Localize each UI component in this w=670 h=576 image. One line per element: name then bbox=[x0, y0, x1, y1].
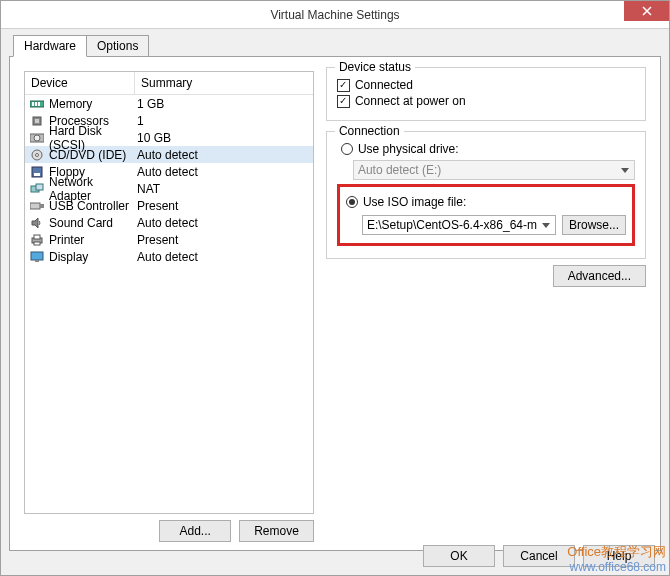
usb-icon bbox=[29, 199, 45, 213]
svg-rect-11 bbox=[34, 173, 40, 176]
iso-path-combo[interactable]: E:\Setup\CentOS-6.4-x86_64-m bbox=[362, 215, 556, 235]
svg-rect-17 bbox=[34, 235, 40, 239]
connected-checkbox[interactable] bbox=[337, 79, 350, 92]
physical-drive-combo[interactable]: Auto detect (E:) bbox=[353, 160, 635, 180]
tab-panel: Device Summary Memory 1 GB Processors 1 bbox=[9, 56, 661, 551]
device-row-usb[interactable]: USB Controller Present bbox=[25, 197, 313, 214]
column-summary[interactable]: Summary bbox=[135, 72, 198, 94]
svg-rect-14 bbox=[30, 203, 40, 209]
device-summary: 10 GB bbox=[137, 131, 313, 145]
memory-icon bbox=[29, 97, 45, 111]
device-summary: NAT bbox=[137, 182, 313, 196]
svg-rect-19 bbox=[31, 252, 43, 260]
physical-drive-radio[interactable] bbox=[341, 143, 353, 155]
browse-button[interactable]: Browse... bbox=[562, 215, 626, 235]
printer-icon bbox=[29, 233, 45, 247]
device-status-title: Device status bbox=[335, 60, 415, 74]
ok-button[interactable]: OK bbox=[423, 545, 495, 567]
floppy-icon bbox=[29, 165, 45, 179]
tab-hardware[interactable]: Hardware bbox=[13, 35, 87, 57]
column-device[interactable]: Device bbox=[25, 72, 135, 94]
device-summary: Auto detect bbox=[137, 165, 313, 179]
svg-rect-1 bbox=[32, 102, 34, 106]
add-button[interactable]: Add... bbox=[159, 520, 231, 542]
display-icon bbox=[29, 250, 45, 264]
iso-highlight: Use ISO image file: E:\Setup\CentOS-6.4-… bbox=[337, 184, 635, 246]
titlebar: Virtual Machine Settings bbox=[1, 1, 669, 29]
remove-button[interactable]: Remove bbox=[239, 520, 314, 542]
device-summary: Auto detect bbox=[137, 250, 313, 264]
device-summary: Present bbox=[137, 233, 313, 247]
device-label: USB Controller bbox=[49, 199, 137, 213]
svg-rect-18 bbox=[34, 242, 40, 245]
cdrom-icon bbox=[29, 148, 45, 162]
device-summary: Present bbox=[137, 199, 313, 213]
close-button[interactable] bbox=[624, 1, 669, 21]
device-label: Display bbox=[49, 250, 137, 264]
device-status-group: Device status Connected Connect at power… bbox=[326, 67, 646, 121]
hdd-icon bbox=[29, 131, 45, 145]
device-summary: Auto detect bbox=[137, 216, 313, 230]
device-row-sound[interactable]: Sound Card Auto detect bbox=[25, 214, 313, 231]
list-header: Device Summary bbox=[25, 72, 313, 95]
device-summary: 1 bbox=[137, 114, 313, 128]
dialog-buttons: OK Cancel Help bbox=[423, 545, 655, 567]
svg-point-9 bbox=[36, 153, 39, 156]
device-list: Device Summary Memory 1 GB Processors 1 bbox=[24, 71, 314, 514]
right-pane: Device status Connected Connect at power… bbox=[322, 57, 660, 550]
connect-power-checkbox[interactable] bbox=[337, 95, 350, 108]
device-summary: 1 GB bbox=[137, 97, 313, 111]
device-row-cdrom[interactable]: CD/DVD (IDE) Auto detect bbox=[25, 146, 313, 163]
svg-rect-15 bbox=[40, 204, 44, 208]
device-row-display[interactable]: Display Auto detect bbox=[25, 248, 313, 265]
cpu-icon bbox=[29, 114, 45, 128]
device-row-hard-disk[interactable]: Hard Disk (SCSI) 10 GB bbox=[25, 129, 313, 146]
physical-drive-label: Use physical drive: bbox=[358, 142, 459, 156]
iso-label: Use ISO image file: bbox=[363, 195, 466, 209]
advanced-button[interactable]: Advanced... bbox=[553, 265, 646, 287]
connect-power-label: Connect at power on bbox=[355, 94, 466, 108]
device-label: Memory bbox=[49, 97, 137, 111]
svg-rect-20 bbox=[35, 260, 39, 262]
help-button[interactable]: Help bbox=[583, 545, 655, 567]
connected-label: Connected bbox=[355, 78, 413, 92]
connection-group: Connection Use physical drive: Auto dete… bbox=[326, 131, 646, 259]
device-label: Sound Card bbox=[49, 216, 137, 230]
tab-options[interactable]: Options bbox=[86, 35, 149, 57]
window-title: Virtual Machine Settings bbox=[270, 8, 399, 22]
device-row-network[interactable]: Network Adapter NAT bbox=[25, 180, 313, 197]
iso-radio[interactable] bbox=[346, 196, 358, 208]
close-icon bbox=[642, 6, 652, 16]
device-label: CD/DVD (IDE) bbox=[49, 148, 137, 162]
tabstrip: Hardware Options bbox=[1, 35, 669, 57]
network-icon bbox=[29, 182, 45, 196]
svg-rect-13 bbox=[36, 184, 43, 190]
svg-point-7 bbox=[34, 135, 40, 141]
device-row-memory[interactable]: Memory 1 GB bbox=[25, 95, 313, 112]
device-summary: Auto detect bbox=[137, 148, 313, 162]
device-row-printer[interactable]: Printer Present bbox=[25, 231, 313, 248]
connection-title: Connection bbox=[335, 124, 404, 138]
svg-rect-5 bbox=[35, 119, 39, 123]
device-label: Printer bbox=[49, 233, 137, 247]
left-pane: Device Summary Memory 1 GB Processors 1 bbox=[10, 57, 322, 550]
svg-rect-3 bbox=[38, 102, 40, 106]
cancel-button[interactable]: Cancel bbox=[503, 545, 575, 567]
sound-icon bbox=[29, 216, 45, 230]
svg-rect-2 bbox=[35, 102, 37, 106]
